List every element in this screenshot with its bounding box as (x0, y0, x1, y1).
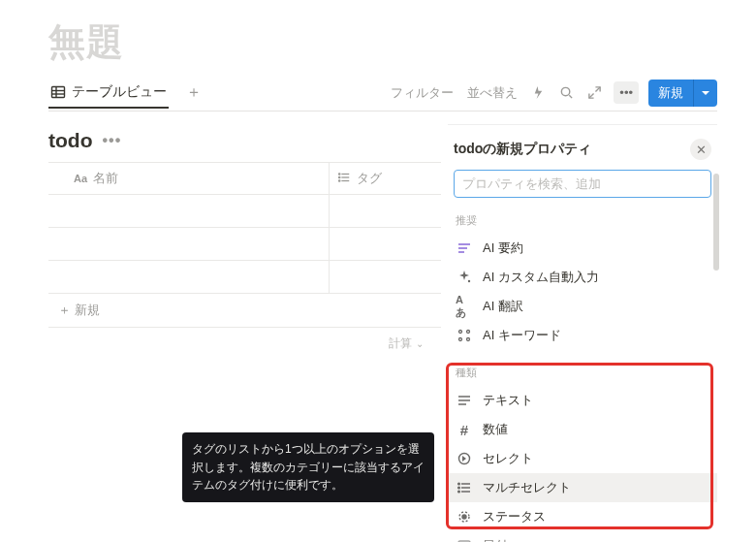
calculate-button[interactable]: 計算⌄ (48, 328, 441, 352)
property-type-number[interactable]: # 数値 (448, 415, 717, 444)
property-option-ai-custom[interactable]: AI カスタム自動入力 (448, 263, 717, 292)
svg-point-11 (338, 179, 339, 180)
table-icon (50, 84, 66, 100)
ai-summary-icon (456, 239, 473, 257)
svg-line-5 (570, 95, 573, 98)
property-option-ai-translate[interactable]: Aあ AI 翻訳 (448, 292, 717, 321)
column-label: タグ (357, 170, 382, 187)
property-search[interactable] (454, 170, 711, 198)
svg-point-29 (458, 491, 460, 493)
multiselect-icon (456, 479, 473, 496)
svg-point-16 (459, 331, 462, 334)
property-option-ai-keyword[interactable]: AI キーワード (448, 321, 717, 350)
tab-table-view[interactable]: テーブルビュー (48, 78, 169, 109)
property-type-date[interactable]: 日付 (448, 531, 717, 542)
date-icon (456, 537, 473, 542)
multiselect-icon (337, 171, 351, 187)
scrollbar[interactable] (713, 174, 719, 271)
text-icon (456, 392, 473, 409)
property-type-text[interactable]: テキスト (448, 386, 717, 415)
column-header-name[interactable]: Aa 名前 (48, 163, 330, 194)
automation-icon[interactable] (529, 81, 548, 104)
section-label-recommend: 推奨 (448, 209, 717, 232)
column-label: 名前 (93, 170, 118, 187)
svg-point-4 (562, 87, 570, 95)
svg-point-19 (467, 338, 470, 341)
table-row[interactable] (48, 261, 441, 294)
search-input[interactable] (454, 170, 711, 198)
option-label: AI 要約 (483, 239, 523, 257)
svg-point-9 (338, 173, 339, 174)
option-label: セレクト (483, 450, 533, 467)
expand-icon[interactable] (585, 81, 604, 104)
property-panel: todoの新規プロパティ ✕ 推奨 AI 要約 AI カスタム自動入力 Aあ (448, 124, 717, 536)
tab-label: テーブルビュー (72, 83, 167, 101)
filter-button[interactable]: フィルター (389, 80, 456, 106)
new-button-dropdown[interactable] (693, 80, 717, 107)
more-options-button[interactable]: ••• (614, 81, 639, 104)
database-menu-button[interactable]: ••• (102, 132, 121, 149)
chevron-down-icon: ⌄ (416, 338, 424, 349)
svg-point-28 (458, 487, 460, 489)
svg-point-15 (468, 280, 470, 282)
option-label: マルチセレクト (483, 479, 571, 496)
option-label: 日付 (483, 537, 508, 542)
section-label-type: 種類 (448, 362, 717, 384)
svg-rect-0 (52, 87, 65, 98)
translate-icon: Aあ (456, 298, 473, 315)
table-row[interactable] (48, 228, 441, 261)
select-icon (456, 450, 473, 467)
table-header-row: Aa 名前 タグ (48, 163, 441, 195)
search-icon[interactable] (557, 81, 576, 104)
new-button[interactable]: 新規 (648, 80, 717, 107)
tooltip: タグのリストから1つ以上のオプションを選択します。複数のカテゴリーに該当するアイ… (182, 432, 434, 502)
table: Aa 名前 タグ ＋ 新規 (48, 162, 441, 328)
svg-point-31 (462, 515, 466, 519)
property-type-select[interactable]: セレクト (448, 444, 717, 473)
column-header-tag[interactable]: タグ (330, 163, 441, 194)
option-label: 数値 (483, 421, 508, 438)
option-label: AI 翻訳 (483, 298, 523, 315)
svg-point-18 (459, 338, 462, 341)
svg-point-17 (467, 331, 470, 334)
option-label: AI カスタム自動入力 (483, 269, 599, 286)
status-icon (456, 508, 473, 526)
database-title[interactable]: todo (48, 129, 92, 152)
option-label: AI キーワード (483, 327, 561, 344)
add-view-button[interactable]: ＋ (180, 80, 207, 105)
sort-button[interactable]: 並べ替え (465, 80, 520, 106)
close-icon[interactable]: ✕ (690, 139, 711, 160)
keyword-icon (456, 327, 473, 344)
option-label: テキスト (483, 392, 533, 409)
panel-title: todoの新規プロパティ (454, 141, 591, 158)
number-icon: # (456, 421, 473, 438)
page-title[interactable]: 無題 (48, 17, 717, 67)
svg-point-10 (338, 176, 339, 177)
property-type-status[interactable]: ステータス (448, 502, 717, 531)
property-type-multiselect[interactable]: マルチセレクト (448, 473, 717, 502)
property-option-ai-summary[interactable]: AI 要約 (448, 234, 717, 263)
add-row-button[interactable]: ＋ 新規 (48, 294, 441, 328)
title-property-icon: Aa (74, 173, 87, 184)
table-row[interactable] (48, 195, 441, 228)
sparkle-icon (456, 269, 473, 286)
view-tab-bar: テーブルビュー ＋ フィルター 並べ替え ••• 新規 (48, 75, 717, 112)
svg-point-27 (458, 483, 460, 485)
option-label: ステータス (483, 508, 546, 526)
new-button-label: 新規 (648, 80, 693, 107)
